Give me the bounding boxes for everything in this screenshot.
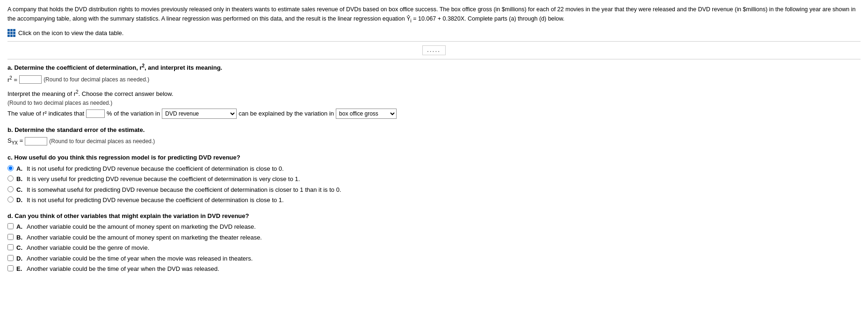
- part-d-option-e-text: Another variable could be the time of ye…: [27, 264, 219, 274]
- r-squared-note: (Round to four decimal places as needed.…: [43, 75, 149, 84]
- icon-label: Click on the icon to view the data table…: [18, 29, 123, 38]
- interpret-note: (Round to two decimal places as needed.): [7, 100, 112, 106]
- part-d-options: A. Another variable could be the amount …: [7, 222, 861, 274]
- part-d-heading: d. Can you think of other variables that…: [7, 211, 861, 221]
- part-c-heading: c. How useful do you think this regressi…: [7, 153, 861, 162]
- r-squared-input[interactable]: [19, 75, 42, 84]
- icon-row: Click on the icon to view the data table…: [7, 29, 861, 38]
- part-c-option-b-text: It is very useful for predicting DVD rev…: [27, 174, 300, 184]
- part-c-option-b-row: B. It is very useful for predicting DVD …: [7, 174, 861, 184]
- part-b-heading: b. Determine the standard error of the e…: [7, 125, 861, 135]
- part-d-checkbox-d[interactable]: [7, 255, 14, 261]
- part-c-option-d-row: D. It is not useful for predicting DVD r…: [7, 196, 861, 205]
- syx-input[interactable]: [25, 137, 47, 145]
- syx-label: SYX =: [7, 136, 23, 146]
- variation-in-dropdown2[interactable]: box office gross DVD revenue: [336, 109, 397, 119]
- part-d-option-c-text: Another variable could be the genre of m…: [27, 243, 149, 253]
- part-c-option-d-text: It is not useful for predicting DVD reve…: [27, 196, 284, 205]
- divider-line: [7, 41, 861, 42]
- part-c-option-c-row: C. It is somewhat useful for predicting …: [7, 185, 861, 195]
- part-d-option-a-row: A. Another variable could be the amount …: [7, 222, 861, 232]
- sentence-mid: can be explained by the variation in: [239, 109, 334, 118]
- part-c-options: A. It is not useful for predicting DVD r…: [7, 164, 861, 205]
- r-squared-label: r2 =: [7, 74, 17, 85]
- part-c-option-c-text: It is somewhat useful for predicting DVD…: [27, 185, 341, 195]
- sentence-start: The value of r² indicates that: [7, 109, 84, 118]
- part-c-radio-b[interactable]: [7, 175, 14, 182]
- part-a-heading: a. Determine the coefficient of determin…: [7, 62, 861, 73]
- part-c-radio-c[interactable]: [7, 186, 14, 192]
- part-c-option-a-row: A. It is not useful for predicting DVD r…: [7, 164, 861, 174]
- part-d-option-d-text: Another variable could be the time of ye…: [27, 254, 253, 263]
- part-a-section: a. Determine the coefficient of determin…: [7, 62, 861, 119]
- part-d-option-d-row: D. Another variable could be the time of…: [7, 254, 861, 263]
- dots-divider: .....: [422, 45, 446, 55]
- part-d-option-e-row: E. Another variable could be the time of…: [7, 264, 861, 274]
- part-c-section: c. How useful do you think this regressi…: [7, 153, 861, 205]
- part-d-checkbox-c[interactable]: [7, 244, 14, 250]
- syx-note: (Round to four decimal places as needed.…: [49, 137, 155, 145]
- part-d-checkbox-b[interactable]: [7, 234, 14, 240]
- r-squared-sentence-row: The value of r² indicates that % of the …: [7, 109, 861, 119]
- part-d-option-a-text: Another variable could be the amount of …: [27, 222, 256, 232]
- intro-text: A company that holds the DVD distributio…: [7, 5, 861, 25]
- data-table-icon[interactable]: [7, 29, 15, 37]
- dots-divider-container: .....: [7, 45, 861, 55]
- divider-line2: [7, 59, 861, 59]
- part-d-option-c-row: C. Another variable could be the genre o…: [7, 243, 861, 253]
- part-c-option-a-text: It is not useful for predicting DVD reve…: [27, 164, 284, 174]
- part-d-checkbox-e[interactable]: [7, 265, 14, 271]
- percent-sign: % of the variation in: [107, 109, 160, 118]
- interpret-heading: Interpret the meaning of r2. Choose the …: [7, 88, 861, 108]
- part-b-section: b. Determine the standard error of the e…: [7, 125, 861, 146]
- variation-in-dropdown1[interactable]: DVD revenue box office gross: [162, 109, 237, 119]
- syx-row: SYX = (Round to four decimal places as n…: [7, 136, 861, 146]
- r-squared-row: r2 = (Round to four decimal places as ne…: [7, 74, 861, 85]
- part-d-section: d. Can you think of other variables that…: [7, 211, 861, 274]
- part-d-checkbox-a[interactable]: [7, 223, 14, 229]
- part-d-option-b-row: B. Another variable could be the amount …: [7, 233, 861, 242]
- part-c-radio-d[interactable]: [7, 196, 14, 203]
- part-d-option-b-text: Another variable could be the amount of …: [27, 233, 262, 242]
- percent-input[interactable]: [86, 109, 105, 118]
- part-c-radio-a[interactable]: [7, 165, 14, 171]
